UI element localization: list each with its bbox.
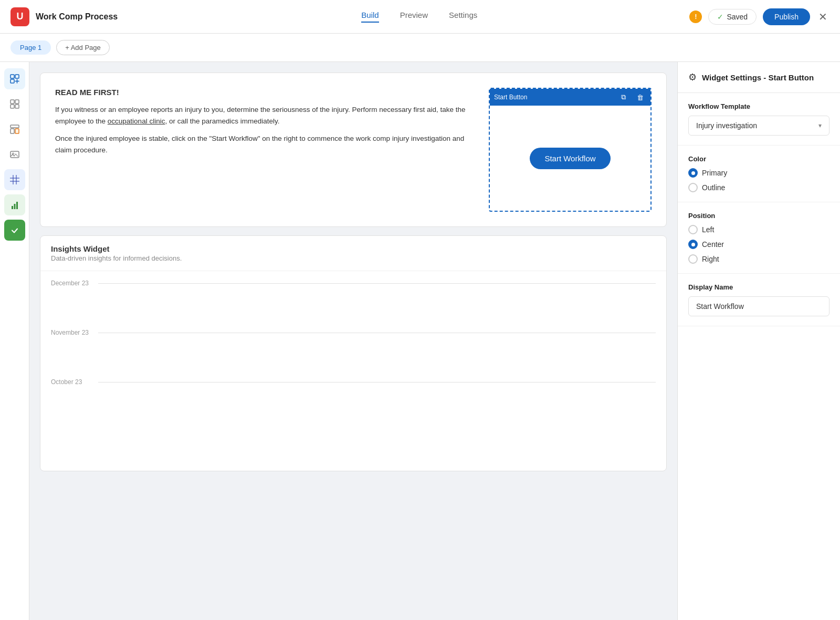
svg-rect-6 <box>15 100 19 104</box>
color-label: Color <box>688 155 830 163</box>
insights-chart: December 23 November 23 October 23 <box>40 271 666 471</box>
position-left-radio[interactable] <box>688 225 698 234</box>
color-outline-radio[interactable] <box>688 183 698 192</box>
add-page-button[interactable]: + Add Page <box>56 40 110 55</box>
text-heading: READ ME FIRST! <box>55 88 480 97</box>
occupational-clinic-link[interactable]: occupational clinic <box>108 117 165 125</box>
green-check-icon[interactable] <box>4 220 25 241</box>
layout-icon[interactable] <box>4 119 25 140</box>
chart-label-oct: October 23 <box>51 378 98 386</box>
right-panel: ⚙ Widget Settings - Start Button Workflo… <box>677 62 840 620</box>
copy-icon[interactable]: ⧉ <box>617 91 629 104</box>
color-primary-label: Primary <box>702 169 727 177</box>
text-content: READ ME FIRST! If you witness or an empl… <box>55 88 480 212</box>
svg-rect-20 <box>12 206 13 209</box>
delete-icon[interactable]: 🗑 <box>634 91 646 104</box>
grid-icon[interactable] <box>4 94 25 115</box>
display-name-input[interactable] <box>688 296 830 316</box>
position-radio-group: Left Center Right <box>688 225 830 264</box>
text-paragraph-1: If you witness or an employee reports an… <box>55 104 480 127</box>
svg-rect-5 <box>10 100 14 104</box>
insights-title: Insights Widget <box>51 244 656 253</box>
check-icon: ✓ <box>717 13 723 21</box>
table-chart-icon[interactable] <box>4 169 25 190</box>
chart-line-nov: November 23 <box>51 329 656 336</box>
insights-header: Insights Widget Data-driven insights for… <box>40 236 666 271</box>
page-tabs-bar: Page 1 + Add Page <box>0 34 840 62</box>
display-name-section: Display Name <box>678 274 840 326</box>
chart-rule-dec <box>98 283 656 284</box>
tab-build[interactable]: Build <box>361 11 379 23</box>
svg-rect-14 <box>10 175 19 184</box>
color-outline-option[interactable]: Outline <box>688 183 830 192</box>
workflow-template-value: Injury investigation <box>696 121 757 130</box>
position-right-option[interactable]: Right <box>688 254 830 264</box>
position-right-radio[interactable] <box>688 254 698 264</box>
widget-toolbar-label: Start Button <box>494 94 613 101</box>
workflow-template-label: Workflow Template <box>688 102 830 110</box>
dropdown-arrow-icon: ▾ <box>818 122 822 129</box>
workflow-template-section: Workflow Template Injury investigation ▾ <box>678 93 840 146</box>
chart-line-oct: October 23 <box>51 378 656 386</box>
display-name-label: Display Name <box>688 283 830 291</box>
start-button-widget: Start Button ⧉ 🗑 Start Workflow <box>489 88 652 212</box>
color-section: Color Primary Outline <box>678 146 840 202</box>
panel-header: ⚙ Widget Settings - Start Button <box>678 62 840 93</box>
chart-rule-nov <box>98 333 656 333</box>
svg-rect-7 <box>10 105 14 108</box>
chart-rule-oct <box>98 382 656 383</box>
chart-label-nov: November 23 <box>51 329 98 336</box>
panel-title: Widget Settings - Start Button <box>702 73 814 82</box>
position-center-label: Center <box>702 240 724 249</box>
app-title: Work Comp Process <box>36 12 118 22</box>
color-radio-group: Primary Outline <box>688 168 830 192</box>
workflow-template-dropdown[interactable]: Injury investigation ▾ <box>688 116 830 136</box>
position-section: Position Left Center Right <box>678 202 840 274</box>
nav-actions: ! ✓ Saved Publish ✕ <box>689 8 830 25</box>
main-layout: READ ME FIRST! If you witness or an empl… <box>0 62 840 620</box>
svg-rect-2 <box>10 79 14 83</box>
svg-rect-8 <box>15 105 19 108</box>
start-workflow-button[interactable]: Start Workflow <box>530 148 610 169</box>
svg-rect-22 <box>16 202 18 209</box>
app-logo: U <box>10 7 29 26</box>
svg-rect-9 <box>10 125 19 128</box>
tab-settings[interactable]: Settings <box>449 11 477 23</box>
position-center-radio[interactable] <box>688 240 698 249</box>
gear-icon: ⚙ <box>688 71 697 83</box>
warning-icon: ! <box>689 11 702 23</box>
position-center-option[interactable]: Center <box>688 240 830 249</box>
tab-preview[interactable]: Preview <box>400 11 428 23</box>
text-widget: READ ME FIRST! If you witness or an empl… <box>40 73 667 227</box>
color-outline-label: Outline <box>702 183 725 192</box>
svg-rect-10 <box>10 129 14 133</box>
sidebar <box>0 62 29 620</box>
top-nav: U Work Comp Process Build Preview Settin… <box>0 0 840 34</box>
close-button[interactable]: ✕ <box>816 8 830 25</box>
saved-button[interactable]: ✓ Saved <box>708 9 757 25</box>
image-icon[interactable] <box>4 144 25 165</box>
page-1-tab[interactable]: Page 1 <box>10 40 51 55</box>
chart-label-dec: December 23 <box>51 280 98 287</box>
position-right-label: Right <box>702 255 719 263</box>
svg-rect-11 <box>15 129 19 133</box>
widget-toolbar: Start Button ⧉ 🗑 <box>490 89 650 106</box>
color-primary-radio[interactable] <box>688 168 698 178</box>
position-label: Position <box>688 212 830 220</box>
nav-tabs: Build Preview Settings <box>149 11 689 23</box>
svg-rect-0 <box>10 75 14 78</box>
canvas-area: READ ME FIRST! If you witness or an empl… <box>29 62 677 620</box>
start-button-content: Start Workflow <box>490 106 650 211</box>
position-left-option[interactable]: Left <box>688 225 830 234</box>
svg-rect-23 <box>9 224 20 236</box>
position-left-label: Left <box>702 225 714 234</box>
chart-line-dec: December 23 <box>51 280 656 287</box>
bar-chart-icon[interactable] <box>4 194 25 215</box>
svg-rect-21 <box>14 204 15 209</box>
publish-button[interactable]: Publish <box>763 8 810 25</box>
add-widget-icon[interactable] <box>4 68 25 89</box>
insights-subtitle: Data-driven insights for informed decisi… <box>51 254 656 262</box>
color-primary-option[interactable]: Primary <box>688 168 830 178</box>
text-paragraph-2: Once the injured employee is stable, cli… <box>55 133 480 156</box>
insights-widget: Insights Widget Data-driven insights for… <box>40 235 667 471</box>
